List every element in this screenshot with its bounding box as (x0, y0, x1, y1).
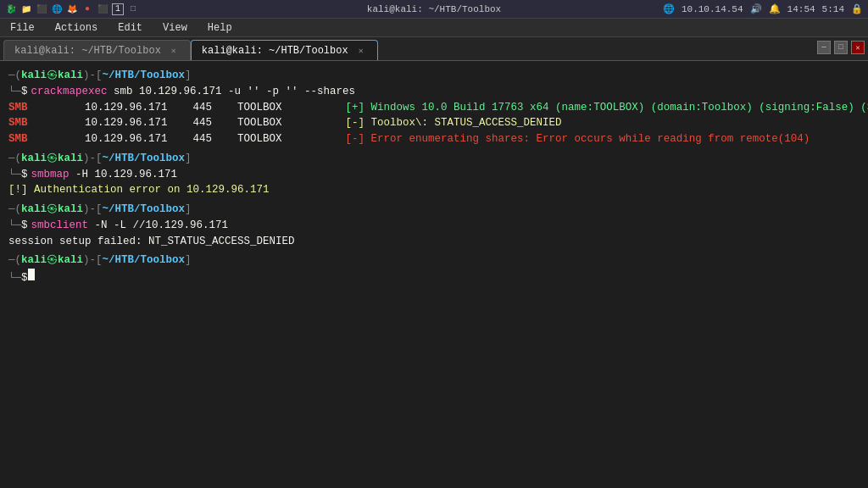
active-prompt-line: └─$ (8, 269, 860, 286)
app-icon-3[interactable]: ⬛ (97, 3, 108, 15)
close-button[interactable]: ✕ (851, 41, 865, 54)
browser-icon[interactable]: 🌐 (51, 3, 63, 15)
smb-output-1: SMB 10.129.96.171 445 TOOLBOX [+] Window… (8, 100, 860, 116)
smb-output-2: SMB 10.129.96.171 445 TOOLBOX [-] Toolbo… (8, 115, 860, 131)
prompt-line-1: ─(kali㉿kali)-[~/HTB/Toolbox] (8, 68, 860, 84)
command-line-2: └─$ smbmap -H 10.129.96.171 (8, 167, 860, 183)
window-title-bar: kali@kali: ~/HTB/Toolbox (367, 4, 501, 14)
menu-file[interactable]: File (7, 20, 38, 36)
tab-bar: kali@kali: ~/HTB/Toolbox ✕ kali@kali: ~/… (0, 37, 868, 61)
command-line-1: └─$ crackmapexec smb 10.129.96.171 -u ''… (8, 84, 860, 100)
tab-1-label: kali@kali: ~/HTB/Toolbox (14, 45, 161, 57)
prompt-line-3: ─(kali㉿kali)-[~/HTB/Toolbox] (8, 202, 860, 218)
files-icon[interactable]: 📁 (20, 3, 32, 15)
menu-edit[interactable]: Edit (114, 20, 146, 36)
system-bar: 🐉 📁 ⬛ 🌐 🦊 ● ⬛ 1 □ kali@kali: ~/HTB/Toolb… (0, 0, 868, 19)
clock: 14:54 (787, 4, 815, 14)
tab-2[interactable]: kali@kali: ~/HTB/Toolbox ✕ (191, 40, 378, 60)
kali-menu-icon[interactable]: 🐉 (5, 3, 17, 15)
terminal-cursor (28, 269, 35, 280)
smbclient-output: session setup failed: NT_STATUS_ACCESS_D… (8, 234, 860, 250)
terminal-window: File Actions Edit View Help ─ □ ✕ kali@k… (0, 19, 868, 488)
notification-icon[interactable]: 🔔 (769, 3, 781, 14)
menu-view[interactable]: View (159, 20, 191, 36)
prompt-line-4: ─(kali㉿kali)-[~/HTB/Toolbox] (8, 252, 860, 269)
menu-bar: File Actions Edit View Help (0, 19, 868, 37)
terminal-content[interactable]: ─(kali㉿kali)-[~/HTB/Toolbox] └─$ crackma… (0, 61, 868, 488)
app-icon-1[interactable]: 🦊 (66, 3, 78, 15)
smb-output-3: SMB 10.129.96.171 445 TOOLBOX [-] Error … (8, 131, 860, 147)
system-tray: 🌐 10.10.14.54 🔊 🔔 14:54 5:14 🔒 (663, 3, 863, 14)
menu-actions[interactable]: Actions (52, 20, 101, 36)
prompt-line-2: ─(kali㉿kali)-[~/HTB/Toolbox] (8, 151, 860, 167)
command-line-3: └─$ smbclient -N -L //10.129.96.171 (8, 218, 860, 234)
network-icon[interactable]: 🌐 (663, 3, 675, 14)
tab-1-close[interactable]: ✕ (168, 45, 180, 57)
workspace-indicator[interactable]: 1 (112, 3, 124, 15)
menu-help[interactable]: Help (204, 20, 236, 36)
ip-address: 10.10.14.54 (682, 4, 743, 14)
taskbar-left: 🐉 📁 ⬛ 🌐 🦊 ● ⬛ 1 □ (5, 3, 139, 15)
lock-icon[interactable]: 🔒 (851, 3, 863, 14)
time-ampm: 5:14 (822, 4, 844, 14)
volume-icon[interactable]: 🔊 (750, 3, 762, 14)
maximize-button[interactable]: □ (834, 41, 848, 54)
smbmap-output: [!] Authentication error on 10.129.96.17… (8, 182, 860, 198)
tab-2-label: kali@kali: ~/HTB/Toolbox (202, 45, 348, 57)
tab-1[interactable]: kali@kali: ~/HTB/Toolbox ✕ (3, 40, 191, 60)
app-icon-2[interactable]: ● (81, 3, 93, 15)
window-controls: ─ □ ✕ (817, 41, 865, 54)
minimize-button[interactable]: ─ (817, 41, 831, 54)
terminal-icon[interactable]: ⬛ (36, 3, 47, 15)
window-count: □ (127, 3, 139, 15)
tab-2-close[interactable]: ✕ (355, 45, 367, 57)
